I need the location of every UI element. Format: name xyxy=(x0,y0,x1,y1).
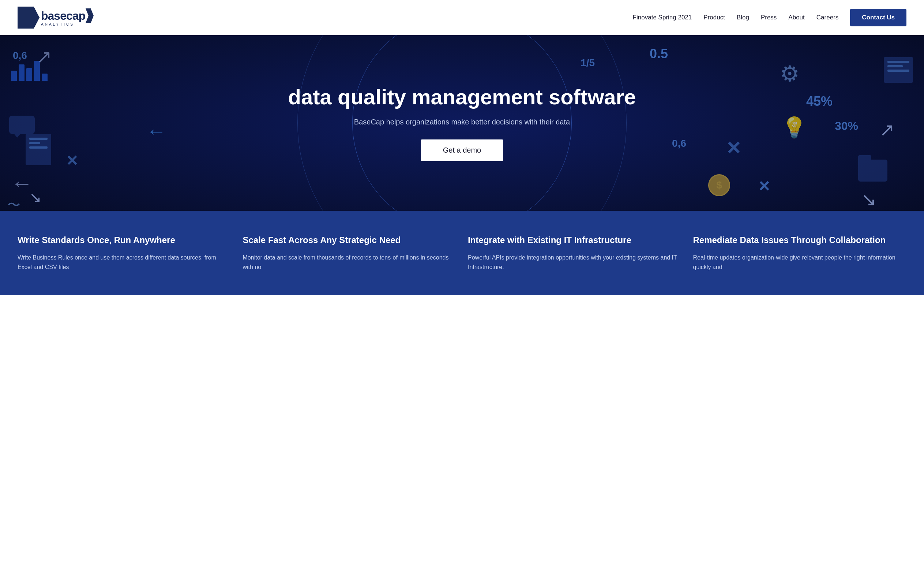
feature-title-4: Remediate Data Issues Through Collaborat… xyxy=(693,234,907,246)
deco-num-06-right: 0,6 xyxy=(672,138,686,149)
logo-name-base: basecap xyxy=(41,9,85,23)
hero-title: data quality management software xyxy=(288,85,636,109)
deco-chat-left xyxy=(9,116,35,134)
deco-coin: $ xyxy=(708,174,730,196)
hero-content: data quality management software BaseCap… xyxy=(288,85,636,161)
logo: basecap ANALYTICS xyxy=(18,7,94,28)
deco-doc-right xyxy=(884,57,913,83)
get-demo-button[interactable]: Get a demo xyxy=(421,139,503,161)
navbar: basecap ANALYTICS Finovate Spring 2021 P… xyxy=(0,0,924,35)
deco-num-15: 1/5 xyxy=(581,57,595,69)
logo-chevron-icon xyxy=(86,8,94,23)
logo-text: basecap ANALYTICS xyxy=(41,8,94,26)
deco-arrow-blue-left: ← xyxy=(146,119,167,143)
feature-title-2: Scale Fast Across Any Strategic Need xyxy=(243,234,457,246)
deco-zigzag: 〜 xyxy=(7,196,20,211)
nav-press[interactable]: Press xyxy=(761,14,777,21)
logo-sub: ANALYTICS xyxy=(41,22,94,26)
features-section: Write Standards Once, Run Anywhere Write… xyxy=(0,211,924,295)
feature-title-1: Write Standards Once, Run Anywhere xyxy=(18,234,231,246)
deco-pct-30: 30% xyxy=(835,119,858,133)
deco-x-bottom: ✕ xyxy=(758,178,771,195)
deco-folder xyxy=(858,160,888,182)
nav-careers[interactable]: Careers xyxy=(817,14,838,21)
feature-card-3: Integrate with Existing IT Infrastructur… xyxy=(468,234,681,271)
deco-doc-left xyxy=(26,134,51,165)
logo-icon xyxy=(18,7,40,28)
deco-gear: ⚙ xyxy=(780,61,800,86)
deco-arrow-dr: ↘ xyxy=(861,189,876,210)
deco-x-left: ✕ xyxy=(66,152,78,169)
feature-card-4: Remediate Data Issues Through Collaborat… xyxy=(693,234,907,271)
hero-subtitle: BaseCap helps organizations make better … xyxy=(288,118,636,126)
feature-title-3: Integrate with Existing IT Infrastructur… xyxy=(468,234,681,246)
nav-about[interactable]: About xyxy=(788,14,804,21)
svg-marker-1 xyxy=(18,7,40,28)
feature-card-2: Scale Fast Across Any Strategic Need Mon… xyxy=(243,234,457,271)
nav-blog[interactable]: Blog xyxy=(737,14,749,21)
deco-num-05: 0.5 xyxy=(650,46,668,61)
deco-lightbulb: 💡 xyxy=(782,116,807,139)
feature-desc-2: Monitor data and scale from thousands of… xyxy=(243,253,457,271)
nav-finovate[interactable]: Finovate Spring 2021 xyxy=(633,14,692,21)
feature-card-1: Write Standards Once, Run Anywhere Write… xyxy=(18,234,231,271)
deco-pct-45: 45% xyxy=(806,94,833,109)
deco-arrow-downleft: ↘ xyxy=(29,189,42,206)
feature-desc-4: Real-time updates organization-wide give… xyxy=(693,253,907,271)
contact-us-button[interactable]: Contact Us xyxy=(850,9,906,26)
nav-product[interactable]: Product xyxy=(703,14,725,21)
deco-arrow-right: ↗ xyxy=(879,119,895,141)
hero-section: 0,6 ↗ ← ✕ ↘ 〜 0.5 1/5 ⚙ 45% 30% 💡 ↗ xyxy=(0,35,924,211)
deco-x-right: ✕ xyxy=(726,138,741,159)
deco-arrow-upleft: ↗ xyxy=(36,46,52,67)
svg-marker-2 xyxy=(86,8,94,23)
feature-desc-3: Powerful APIs provide integration opport… xyxy=(468,253,681,271)
feature-desc-1: Write Business Rules once and use them a… xyxy=(18,253,231,271)
deco-num-06-left: 0,6 xyxy=(13,50,27,61)
